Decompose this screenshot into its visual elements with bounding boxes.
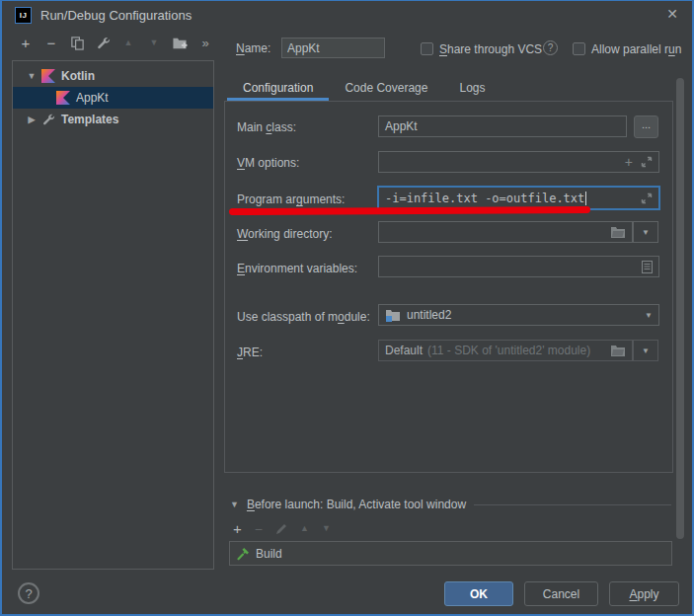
before-launch-header[interactable]: ▼ Before launch: Build, Activate tool wi… [230,498,671,511]
tree-item-kotlin[interactable]: ▼ Kotlin [13,65,213,87]
before-launch-title: Before launch: Build, Activate tool wind… [247,498,466,511]
environment-variables-input[interactable] [378,256,659,277]
intellij-app-icon: IJ [15,7,32,24]
edit-task-pencil-icon[interactable] [275,523,287,535]
chevron-down-icon: ▼ [642,228,650,237]
chevron-down-icon: ▼ [642,346,650,355]
program-arguments-value: -i=infile.txt -o=outfile.txt [385,192,584,205]
chevron-down-icon: ▼ [645,311,653,320]
name-input[interactable] [281,38,385,58]
jre-label: JRE: [237,346,263,359]
folder-icon[interactable] [610,226,626,239]
remove-task-button[interactable]: − [255,522,263,536]
vm-options-label: VM options: [237,156,299,170]
create-folder-button[interactable] [172,35,188,50]
folder-icon[interactable] [610,345,626,357]
before-launch-toolbar: + − ▲ ▼ [233,521,331,536]
window-title: Run/Debug Configurations [40,8,192,23]
main-class-input[interactable]: AppKt [378,116,627,137]
add-vm-option-icon[interactable]: + [625,155,633,169]
collapse-arrow-icon[interactable]: ▼ [230,500,239,509]
task-label: Build [256,547,282,561]
tab-logs[interactable]: Logs [443,77,501,101]
expand-field-icon[interactable] [641,192,653,204]
module-value: untitled2 [407,308,451,322]
move-task-up-button[interactable]: ▲ [300,524,309,533]
working-directory-label: Working directory: [237,227,332,241]
allow-parallel-run-checkbox[interactable] [573,42,585,55]
title-bar[interactable]: IJ Run/Debug Configurations ✕ [2,1,692,29]
vm-options-input[interactable]: + [378,151,659,173]
move-task-down-button[interactable]: ▼ [322,524,331,533]
build-hammer-icon [236,547,250,561]
move-down-button[interactable]: ▼ [146,35,162,50]
expand-arrow-icon[interactable]: ▶ [27,115,37,124]
help-button[interactable]: ? [18,582,39,604]
tree-item-label: Templates [61,113,118,126]
environment-variables-label: Environment variables: [237,262,357,275]
add-task-button[interactable]: + [233,521,242,536]
use-classpath-of-module-label: Use classpath of module: [237,310,370,324]
tab-configuration[interactable]: Configuration [227,77,329,101]
module-combobox[interactable]: untitled2 ▼ [378,304,659,326]
share-through-vcs-label: Share through VCS [439,42,542,56]
text-caret [585,192,586,205]
before-launch-task-list: Build [229,541,672,566]
wrench-icon [41,113,55,126]
browse-list-icon[interactable] [642,261,653,273]
jre-hint: (11 - SDK of 'untitled2' module) [427,344,590,357]
jre-dropdown-button[interactable]: ▼ [633,340,658,361]
browse-main-class-button[interactable]: ... [634,116,658,138]
allow-parallel-run-label: Allow parallel run [591,42,681,56]
configurations-tree: ▼ Kotlin AppKt ▶ Templates [12,60,214,570]
module-icon [385,309,401,322]
settings-tabs: Configuration Code Coverage Logs [227,77,501,101]
run-debug-configurations-dialog: IJ Run/Debug Configurations ✕ + − ▲ ▼ » … [0,0,694,616]
jre-value: Default [385,344,423,357]
working-directory-dropdown-button[interactable]: ▼ [633,221,658,243]
vcs-help-icon[interactable]: ? [543,40,558,55]
configuration-form: Main class: AppKt ... VM options: + Prog… [224,101,673,473]
tree-item-label: AppKt [76,91,109,105]
edit-defaults-wrench-icon[interactable] [95,35,111,50]
vertical-scrollbar[interactable] [676,78,684,539]
jre-combobox[interactable]: Default (11 - SDK of 'untitled2' module) [378,340,633,361]
tab-code-coverage[interactable]: Code Coverage [329,77,443,101]
remove-configuration-button[interactable]: − [43,35,59,50]
kotlin-icon [41,69,55,83]
kotlin-icon [56,91,70,105]
move-up-button[interactable]: ▲ [120,35,136,50]
copy-configuration-button[interactable] [69,35,85,50]
program-arguments-label: Program arguments: [237,192,345,206]
divider [474,504,671,505]
apply-button[interactable]: Apply [609,581,679,606]
collapse-arrow-icon[interactable]: ▼ [27,71,37,81]
expand-field-icon[interactable] [641,156,653,168]
close-icon[interactable]: ✕ [666,6,678,22]
working-directory-input[interactable] [378,221,633,243]
main-class-label: Main class: [237,120,296,134]
share-through-vcs-checkbox[interactable] [421,42,433,55]
ok-button[interactable]: OK [444,581,513,606]
cancel-button[interactable]: Cancel [524,581,598,606]
tree-item-label: Kotlin [61,69,95,83]
main-class-value: AppKt [385,119,418,133]
configurations-toolbar: + − ▲ ▼ » [18,35,213,50]
name-label: Name: [236,41,270,55]
tree-item-templates[interactable]: ▶ Templates [13,109,213,130]
more-actions-button[interactable]: » [197,35,213,50]
add-configuration-button[interactable]: + [18,35,34,50]
tree-item-appkt-selected[interactable]: AppKt [13,87,213,109]
